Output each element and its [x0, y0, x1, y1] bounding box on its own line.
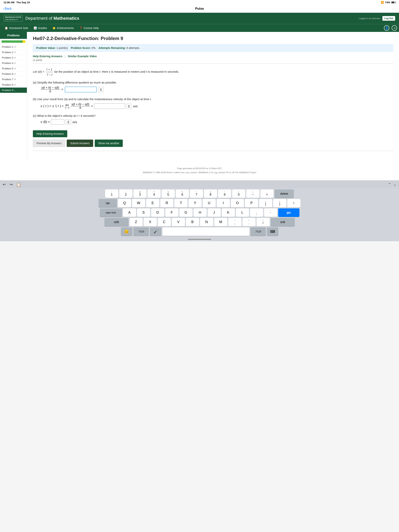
- problem-text: Let s(t) = t + 1 7 − t be the position o…: [33, 67, 393, 77]
- key-o[interactable]: O: [231, 199, 244, 207]
- key-n[interactable]: N: [200, 218, 213, 226]
- key-semicolon[interactable]: :;: [250, 208, 263, 217]
- account-icon[interactable]: 👤: [384, 25, 389, 31]
- key-v[interactable]: V: [172, 218, 185, 226]
- key-s[interactable]: S: [137, 208, 150, 217]
- sidebar-item[interactable]: Problem 8 ✓: [0, 82, 27, 88]
- copy-button[interactable]: 📋: [16, 182, 21, 187]
- nav-course-help[interactable]: ❓ Course Help: [76, 24, 101, 32]
- key-8[interactable]: &8: [204, 190, 217, 198]
- key-i[interactable]: I: [217, 199, 230, 207]
- key-q[interactable]: Q: [118, 199, 131, 207]
- key-l[interactable]: L: [236, 208, 249, 217]
- key-w[interactable]: W: [132, 199, 145, 207]
- key-h[interactable]: H: [194, 208, 207, 217]
- key-comma[interactable]: <,: [228, 218, 241, 226]
- key-4[interactable]: #4: [147, 190, 161, 198]
- nav-homework-sets[interactable]: 📋 Homework Sets: [2, 24, 31, 32]
- key-0[interactable]: (0: [232, 190, 245, 198]
- key-3[interactable]: @3: [133, 190, 146, 198]
- redo-button[interactable]: ↪: [9, 182, 13, 187]
- footer-line2: WeBWorK © 1996-2019| theme: math4-msu | …: [4, 171, 395, 175]
- sidebar-item[interactable]: Problem 5 ✓: [0, 66, 27, 71]
- key-9[interactable]: *9: [218, 190, 231, 198]
- key-6[interactable]: %6: [176, 190, 189, 198]
- sidebar-item[interactable]: Problem 7 ✓: [0, 77, 27, 82]
- progress-green: [1, 40, 23, 43]
- key-bracket-close[interactable]: }]: [273, 199, 286, 207]
- key-f[interactable]: F: [165, 208, 178, 217]
- key-plus[interactable]: _=: [260, 190, 273, 198]
- key-u[interactable]: U: [203, 199, 216, 207]
- nav-grades[interactable]: 📊 Grades: [31, 24, 50, 32]
- delete-key[interactable]: delete: [274, 190, 294, 198]
- keyboard-down-arrow[interactable]: ⌄: [393, 182, 396, 187]
- key-c[interactable]: C: [158, 218, 171, 226]
- keyboard-hide-key[interactable]: ⌨: [267, 227, 278, 236]
- status-bar: 12:06 AM Thu Sep 19 📶 74%: [0, 0, 399, 5]
- sigma-button-c[interactable]: Σ: [65, 119, 71, 125]
- sigma-button-b[interactable]: Σ: [126, 103, 132, 109]
- sidebar-item[interactable]: Problem 2 ✓: [0, 50, 27, 55]
- key-k[interactable]: K: [222, 208, 235, 217]
- go-key[interactable]: go: [278, 208, 299, 217]
- help-entering-button[interactable]: Help Entering Answers: [33, 130, 67, 137]
- key-5[interactable]: $5: [162, 190, 175, 198]
- key-e[interactable]: E: [146, 199, 159, 207]
- space-key[interactable]: [162, 227, 249, 236]
- mic-key[interactable]: 🎤: [150, 227, 161, 236]
- sidebar-item[interactable]: Problem 6 ✓: [0, 71, 27, 77]
- submit-button[interactable]: Submit Answers: [67, 139, 93, 147]
- sidebar-item[interactable]: Problem 3 ✓: [0, 55, 27, 61]
- key-x[interactable]: X: [144, 218, 157, 226]
- sidebar-item-active[interactable]: Problem 9 ...: [0, 88, 27, 93]
- key-minus[interactable]: )−: [246, 190, 260, 198]
- show-another-button[interactable]: Show me another: [95, 139, 123, 147]
- key-1[interactable]: ~1: [105, 190, 118, 198]
- key-caps[interactable]: caps lock: [100, 208, 122, 217]
- problems-button[interactable]: Problems: [0, 32, 27, 39]
- num-key-right[interactable]: .?123: [250, 227, 266, 236]
- logout-button[interactable]: Log Out: [382, 16, 395, 21]
- answer-input-a[interactable]: [65, 87, 97, 92]
- key-d[interactable]: D: [151, 208, 164, 217]
- key-b[interactable]: B: [186, 218, 199, 226]
- sigma-button-a[interactable]: Σ: [98, 87, 104, 92]
- key-r[interactable]: R: [160, 199, 173, 207]
- nav-achievements[interactable]: ⭐ Achievements: [50, 24, 76, 32]
- emoji-key[interactable]: 😊: [121, 227, 133, 236]
- example-video-link[interactable]: Similar Example Video: [68, 55, 97, 58]
- key-m[interactable]: M: [214, 218, 227, 226]
- sidebar-item[interactable]: Problem 1 ✓: [0, 44, 27, 50]
- key-bracket-open[interactable]: {[: [259, 199, 272, 207]
- key-p[interactable]: P: [245, 199, 258, 207]
- battery-pct: 74%: [385, 1, 390, 4]
- help-entering-link[interactable]: Help Entering Answers: [33, 55, 63, 58]
- logout-icon[interactable]: ⇥: [392, 25, 397, 31]
- key-backslash[interactable]: \: [287, 199, 300, 207]
- key-tab[interactable]: tab: [99, 199, 117, 207]
- key-j[interactable]: J: [208, 208, 221, 217]
- answer-input-c[interactable]: [51, 119, 64, 125]
- back-button[interactable]: ‹ Back: [3, 7, 12, 10]
- shift-left-key[interactable]: shift: [104, 218, 129, 226]
- key-quote[interactable]: "': [264, 208, 277, 217]
- key-z[interactable]: Z: [130, 218, 143, 226]
- keyboard-up-arrow[interactable]: ⌃: [388, 182, 391, 187]
- shift-right-key[interactable]: shift: [271, 218, 295, 226]
- preview-button[interactable]: Preview My Answers: [33, 139, 65, 147]
- key-slash[interactable]: ?/: [257, 218, 270, 226]
- key-7[interactable]: ^7: [190, 190, 203, 198]
- key-period[interactable]: >.: [242, 218, 256, 226]
- answer-input-b[interactable]: [94, 103, 125, 109]
- key-t[interactable]: T: [174, 199, 188, 207]
- info-box: Problem Value: 1 point(s). Problem Score…: [33, 44, 393, 52]
- key-g[interactable]: G: [179, 208, 193, 217]
- undo-button[interactable]: ↩: [3, 182, 6, 187]
- key-2[interactable]: !2: [119, 190, 133, 198]
- sidebar-item[interactable]: Problem 4 ✓: [0, 61, 27, 66]
- key-a[interactable]: A: [123, 208, 136, 217]
- num-key-left[interactable]: .?123: [133, 227, 149, 236]
- keyboard-row-5: 😊 .?123 🎤 .?123 ⌨: [1, 227, 398, 236]
- key-y[interactable]: Y: [189, 199, 202, 207]
